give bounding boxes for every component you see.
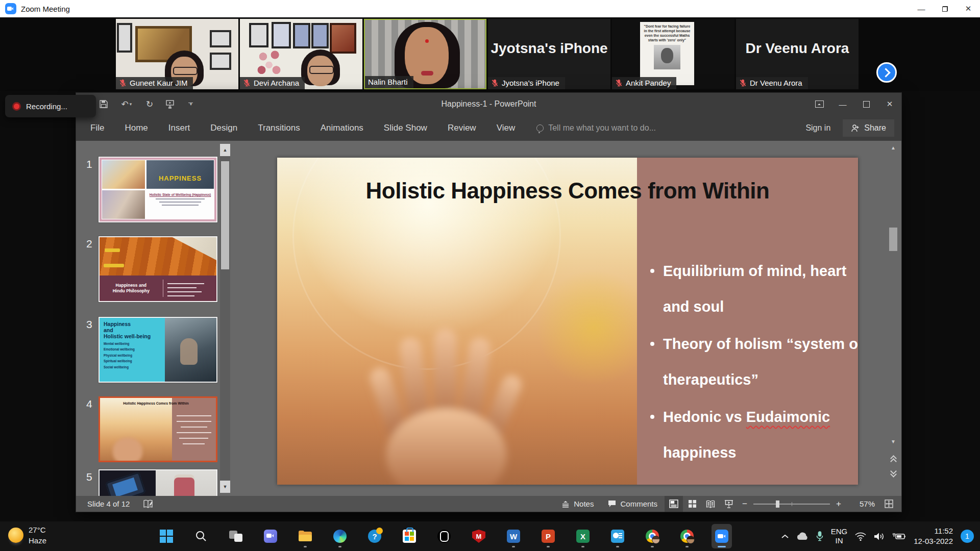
tab-insert[interactable]: Insert bbox=[158, 115, 201, 141]
muted-mic-icon bbox=[243, 79, 251, 87]
notes-button[interactable]: Notes bbox=[554, 496, 601, 512]
muted-mic-icon bbox=[491, 79, 499, 87]
presentation-app-button[interactable] bbox=[607, 524, 628, 548]
zoom-slider[interactable] bbox=[753, 504, 830, 505]
ribbon-display-options-button[interactable] bbox=[807, 93, 831, 115]
edge-button[interactable] bbox=[330, 524, 350, 548]
zoom-out-button[interactable]: − bbox=[738, 499, 751, 509]
scroll-down-button[interactable]: ▼ bbox=[889, 439, 898, 444]
slide-bullet[interactable]: Hedonic vs Eudaimonic bbox=[650, 409, 830, 425]
scrollbar-thumb[interactable] bbox=[221, 161, 229, 269]
zoom-app-icon bbox=[5, 3, 16, 14]
participant-name-label: Nalin Bharti bbox=[365, 76, 413, 88]
sign-in-link[interactable]: Sign in bbox=[805, 123, 830, 133]
scroll-up-button[interactable]: ▲ bbox=[220, 144, 230, 156]
reading-view-button[interactable] bbox=[701, 496, 720, 512]
slide-bullet[interactable]: Equilibrium of mind, heart bbox=[650, 263, 846, 280]
wifi-button[interactable] bbox=[855, 532, 866, 541]
recording-indicator[interactable]: Recording... bbox=[5, 95, 96, 117]
comments-button[interactable]: Comments bbox=[601, 496, 665, 512]
next-participants-button[interactable] bbox=[876, 62, 897, 83]
slide-bullet-continuation[interactable]: happiness bbox=[650, 444, 736, 461]
mcafee-button[interactable]: M bbox=[469, 524, 489, 548]
battery-charging-button[interactable] bbox=[893, 532, 906, 540]
participant-tile-guneet[interactable]: Guneet Kaur JIM bbox=[116, 19, 238, 89]
restore-button[interactable] bbox=[933, 0, 957, 17]
zoom-in-button[interactable]: + bbox=[832, 499, 845, 509]
undo-button[interactable]: ↶▾ bbox=[119, 99, 134, 109]
tab-design[interactable]: Design bbox=[200, 115, 248, 141]
redo-button[interactable]: ↻ bbox=[144, 99, 155, 109]
microsoft-store-button[interactable] bbox=[399, 524, 420, 548]
excel-button[interactable]: X bbox=[573, 524, 593, 548]
tab-view[interactable]: View bbox=[486, 115, 526, 141]
previous-slide-button[interactable] bbox=[891, 456, 896, 462]
zoom-percentage[interactable]: 57% bbox=[848, 499, 875, 508]
language-indicator[interactable]: ENG IN bbox=[831, 527, 848, 545]
slide-thumbnail-3[interactable]: Happiness and Holistic well-being Mental… bbox=[99, 317, 217, 383]
save-button[interactable] bbox=[99, 99, 109, 109]
slide-thumbnail-1[interactable]: HAPPINESS Holistic State of Wellbeing (H… bbox=[99, 157, 217, 222]
volume-button[interactable] bbox=[874, 532, 885, 541]
scroll-down-button[interactable]: ▼ bbox=[220, 481, 230, 493]
slide-canvas[interactable]: Holistic Happiness Comes from Within Equ… bbox=[277, 158, 858, 485]
participant-tile-devi[interactable]: Devi Archana bbox=[240, 19, 362, 89]
slide-thumbnail-4-selected[interactable]: Holistic Happiness Comes from Within bbox=[99, 396, 217, 462]
powerpoint-button[interactable]: P bbox=[538, 524, 558, 548]
ppt-minimize-button[interactable]: — bbox=[831, 93, 854, 115]
slide-title[interactable]: Holistic Happiness Comes from Within bbox=[277, 178, 858, 204]
close-button[interactable]: ✕ bbox=[957, 0, 980, 17]
thumbnail-scrollbar[interactable]: ▲ ▼ bbox=[220, 144, 230, 493]
chat-button[interactable] bbox=[260, 524, 281, 548]
slide-thumbnail-2[interactable]: Happiness and Hindu Philosophy bbox=[99, 236, 217, 302]
task-view-button[interactable] bbox=[226, 524, 246, 548]
scroll-up-button[interactable]: ▲ bbox=[889, 145, 898, 151]
tab-transitions[interactable]: Transitions bbox=[248, 115, 310, 141]
get-help-button[interactable]: ? bbox=[364, 524, 385, 548]
ppt-close-button[interactable]: ✕ bbox=[878, 93, 901, 115]
slide-thumbnail-5[interactable] bbox=[99, 469, 217, 496]
office-app-button[interactable] bbox=[434, 524, 454, 548]
editor-scrollbar[interactable]: ▲ ▼ bbox=[889, 144, 898, 493]
fit-slide-to-window-button[interactable] bbox=[880, 496, 897, 512]
slide-sorter-view-button[interactable] bbox=[683, 496, 701, 512]
participant-tile-jyotsna[interactable]: Jyotsna's iPhone Jyotsna's iPhone bbox=[488, 19, 610, 89]
mcafee-shield-icon: M bbox=[472, 530, 485, 543]
participant-tile-nalin-active-speaker[interactable]: Nalin Bharti bbox=[364, 19, 486, 89]
share-button[interactable]: Share bbox=[843, 119, 894, 137]
customize-quick-access-button[interactable]: ▾ bbox=[185, 99, 195, 109]
start-button[interactable] bbox=[156, 524, 177, 548]
microphone-in-use-button[interactable] bbox=[816, 531, 823, 541]
chrome-profile2-button[interactable] bbox=[677, 524, 697, 548]
tell-me-search[interactable]: Tell me what you want to do... bbox=[536, 123, 656, 133]
zoom-app-button[interactable] bbox=[712, 524, 732, 548]
slide-show-button[interactable] bbox=[720, 496, 738, 512]
tab-slide-show[interactable]: Slide Show bbox=[374, 115, 437, 141]
participant-tile-ankit[interactable]: "Dont fear for facing failure in the fir… bbox=[612, 19, 734, 89]
start-slideshow-button[interactable] bbox=[165, 99, 175, 109]
scrollbar-thumb[interactable] bbox=[889, 228, 897, 251]
minimize-button[interactable]: — bbox=[910, 0, 933, 17]
onedrive-button[interactable] bbox=[796, 532, 808, 540]
word-button[interactable]: W bbox=[503, 524, 524, 548]
chrome-profile1-button[interactable] bbox=[642, 524, 663, 548]
slide-bullet[interactable]: Theory of holism “system of bbox=[650, 336, 858, 353]
slide-bullet-continuation[interactable]: therapeutics” bbox=[650, 371, 758, 388]
next-slide-button[interactable] bbox=[891, 470, 896, 477]
hidden-icons-chevron[interactable] bbox=[781, 534, 789, 539]
notification-badge[interactable]: 1 bbox=[961, 530, 974, 543]
search-button[interactable] bbox=[191, 524, 211, 548]
zoom-slider-handle[interactable] bbox=[776, 500, 779, 508]
tab-file[interactable]: File bbox=[80, 115, 114, 141]
weather-widget[interactable]: 27°C Haze bbox=[8, 524, 46, 546]
clock[interactable]: 11:52 12-03-2022 bbox=[914, 526, 953, 547]
spell-check-button[interactable] bbox=[143, 499, 153, 509]
ppt-maximize-button[interactable] bbox=[854, 93, 878, 115]
tab-home[interactable]: Home bbox=[114, 115, 158, 141]
normal-view-button[interactable] bbox=[665, 496, 683, 512]
file-explorer-button[interactable] bbox=[295, 524, 315, 548]
tab-review[interactable]: Review bbox=[437, 115, 486, 141]
tab-animations[interactable]: Animations bbox=[310, 115, 374, 141]
participant-tile-veenu[interactable]: Dr Veenu Arora Dr Veenu Arora bbox=[736, 19, 859, 89]
slide-bullet-continuation[interactable]: and soul bbox=[650, 298, 724, 315]
